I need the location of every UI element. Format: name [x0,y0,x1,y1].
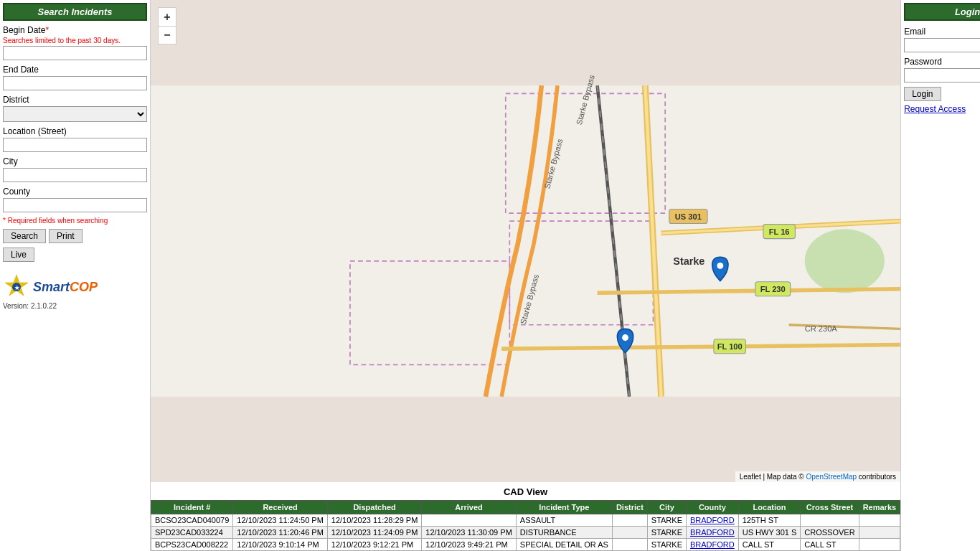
svg-text:FL 100: FL 100 [717,342,743,351]
required-fields-note: * Required fields when searching [3,217,147,225]
map-attribution: Leaflet | Map data © OpenStreetMap contr… [735,471,900,482]
svg-point-33 [622,334,628,341]
svg-point-31 [717,263,723,269]
password-input[interactable] [904,68,980,83]
city-input[interactable] [3,168,147,182]
table-row: SPD23CAD03322412/10/2023 11:20:46 PM12/1… [151,527,900,539]
col-district: District [612,501,647,514]
search-incidents-title: Search Incidents [3,3,147,21]
search-print-buttons: Search Print [3,229,147,243]
login-panel: Login Email Password Login Request Acces… [901,0,980,551]
table-row: BCPS23CAD00822212/10/2023 9:10:14 PM12/1… [151,539,900,551]
col-location: Location [738,501,801,514]
col-remarks: Remarks [859,501,900,514]
district-group: District District 1 District 2 District … [3,95,147,122]
login-title: Login [904,3,980,21]
center-area: Starke Bypass Starke Bypass Starke Bypas… [151,0,901,551]
county-group: County [3,187,147,212]
col-incident-type: Incident Type [516,501,612,514]
location-input[interactable] [3,138,147,152]
city-label: City [3,156,147,166]
county-label: County [3,187,147,197]
map-zoom-controls: + − [158,7,176,44]
table-header-row: Incident # Received Dispatched Arrived I… [151,501,900,514]
col-city: City [647,501,686,514]
search-sidebar: Search Incidents Begin Date* Searches li… [0,0,151,551]
email-field-group: Email [904,27,980,52]
table-row: BCSO23CAD04007912/10/2023 11:24:50 PM12/… [151,514,900,527]
location-group: Location (Street) [3,126,147,152]
zoom-in-button[interactable]: + [158,7,176,26]
smartcop-text: SmartCOP [33,280,98,295]
smartcop-logo: ★ SmartCOP [3,273,147,301]
district-label: District [3,95,147,105]
location-label: Location (Street) [3,126,147,136]
password-field-group: Password [904,57,980,83]
col-county: County [687,501,739,514]
begin-date-input[interactable] [3,46,147,60]
svg-text:★: ★ [14,285,20,291]
cad-view-title: CAD View [151,486,900,497]
cad-table: Incident # Received Dispatched Arrived I… [151,500,900,551]
zoom-out-button[interactable]: − [158,26,176,44]
email-label: Email [904,27,980,37]
svg-text:FL 16: FL 16 [769,227,790,236]
date-limit-note: Searches limited to the past 30 days. [3,37,147,44]
col-cross-street: Cross Street [801,501,859,514]
password-label: Password [904,57,980,67]
login-button[interactable]: Login [904,87,941,101]
live-button[interactable]: Live [3,248,34,262]
request-access-link[interactable]: Request Access [904,104,980,114]
col-incident: Incident # [151,501,233,514]
col-dispatched: Dispatched [327,501,421,514]
required-star: * [45,25,49,35]
svg-text:FL 230: FL 230 [760,285,786,293]
email-input[interactable] [904,38,980,52]
begin-date-group: Begin Date* Searches limited to the past… [3,25,147,60]
begin-date-label: Begin Date* [3,25,147,35]
end-date-label: End Date [3,65,147,75]
cad-section: CAD View Incident # Received Dispatched … [151,482,900,551]
end-date-group: End Date [3,65,147,90]
svg-text:CR 230A: CR 230A [805,324,838,333]
osm-link[interactable]: OpenStreetMap [806,473,857,481]
col-arrived: Arrived [422,501,516,514]
col-received: Received [233,501,327,514]
county-input[interactable] [3,198,147,212]
smartcop-shield-icon: ★ [3,273,30,301]
version-text: Version: 2.1.0.22 [3,302,147,310]
svg-text:US 301: US 301 [675,212,702,221]
district-select[interactable]: District 1 District 2 District 3 [3,106,147,122]
print-button[interactable]: Print [49,229,83,243]
svg-point-7 [805,229,885,293]
map-container[interactable]: Starke Bypass Starke Bypass Starke Bypas… [151,0,900,482]
city-group: City [3,156,147,182]
svg-text:Starke: Starke [673,255,705,267]
map-svg: Starke Bypass Starke Bypass Starke Bypas… [151,0,900,482]
end-date-input[interactable] [3,76,147,90]
search-button[interactable]: Search [3,229,46,243]
